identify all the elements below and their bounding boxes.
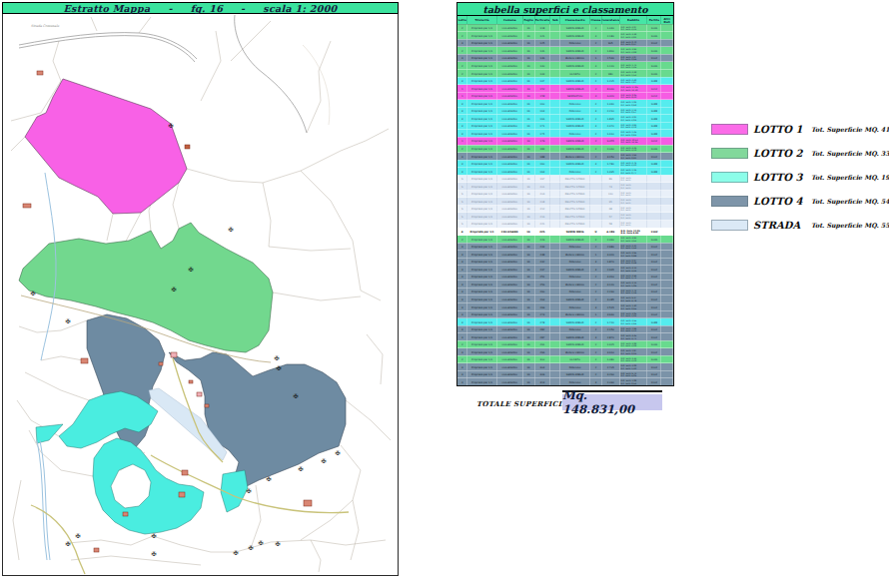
column-header: Consistenza xyxy=(602,16,620,24)
svg-text:✠: ✠ xyxy=(75,532,80,539)
map-panel: Estratto Mappa - fg. 16 - scala 1: 2000 xyxy=(2,2,399,576)
table-row: SProprietà per 1/1COLLESANO16201RELITTO … xyxy=(457,183,673,191)
lotto-4-swatch xyxy=(711,196,748,207)
svg-text:✠: ✠ xyxy=(275,540,280,547)
table-row: 3Proprietà per 1/1COLLESANO16171SEMIN AR… xyxy=(457,123,673,131)
table-row: 3Proprietà per 1/1COLLESANO16190SEMIN AR… xyxy=(457,160,673,168)
total-value: Mq. 148.831,00 xyxy=(562,394,662,410)
svg-text:✠: ✠ xyxy=(266,475,271,482)
lotto-2-swatch xyxy=(711,148,748,159)
strada-label: STRADA xyxy=(748,220,811,231)
svg-text:✠: ✠ xyxy=(246,487,251,494)
lotto-4-total: Tot. Superficie MQ. 54.327,00 xyxy=(811,198,889,205)
table-row: 3Proprietà per 1/1COLLESANO16166SEMIN AR… xyxy=(457,115,673,123)
legend: LOTTO 1 Tot. Superficie MQ. 41.175,00 LO… xyxy=(711,123,887,243)
table-row: 4Proprietà per 1/1COLLESANO16233PASCOLO2… xyxy=(457,243,673,251)
table-row: 4Proprietà per 1/1COLLESANO16136BOSCO CE… xyxy=(457,55,673,63)
table-row: 3Proprietà per 1/1COLLESANO16193PASCOLO2… xyxy=(457,168,673,176)
legend-item-lotto-3: LOTTO 3 Tot. Superficie MQ. 19.827,00 xyxy=(711,171,887,183)
lotto-4-label: LOTTO 4 xyxy=(748,196,811,207)
table-row: 4Proprietà per 1/1COLLESANO16225SEMIN IR… xyxy=(457,228,673,236)
table-row: 3Proprietà per 1/1COLLESANO16278SEMIN AR… xyxy=(457,318,673,326)
legend-item-lotto-2: LOTTO 2 Tot. Superficie MQ. 33.748,00 xyxy=(711,147,887,159)
table-row: 4Proprietà per 1/1COLLESANO16260PASCOLO2… xyxy=(457,289,673,296)
table-row: 4Proprietà per 1/1COLLESANO16304PASCOLO2… xyxy=(457,363,673,371)
table-row: 4Proprietà per 1/1COLLESANO16125PASCOLO2… xyxy=(457,40,673,48)
table-row: SProprietà per 1/1COLLESANO16216RELITTO … xyxy=(457,213,673,221)
column-header: Lotto xyxy=(457,16,467,24)
svg-text:✠: ✠ xyxy=(168,122,173,129)
lotto-3-area-c xyxy=(93,438,204,534)
svg-text:✠: ✠ xyxy=(233,549,238,556)
lotto-1-label: LOTTO 1 xyxy=(748,124,811,135)
column-header: Titolarità xyxy=(467,16,497,24)
table-row: 3Proprietà per 1/1COLLESANO16175PASCOLO2… xyxy=(457,130,673,138)
svg-text:✠: ✠ xyxy=(171,286,176,293)
column-header: Altri Dati xyxy=(661,16,673,24)
table-row: 4Proprietà per 1/1COLLESANO16287SEMIN AR… xyxy=(457,333,673,341)
table-row: 1Proprietà per 1/1COLLESANO16152SEMIN AR… xyxy=(457,85,673,93)
table-row: SProprietà per 1/1COLLESANO16221RELITTO … xyxy=(457,221,673,229)
table-title: tabella superfici e classamento xyxy=(457,3,673,16)
svg-text:✠: ✠ xyxy=(30,290,35,296)
table-row: 4Proprietà per 1/1COLLESANO16238BOSCO CE… xyxy=(457,251,673,259)
strada-swatch xyxy=(711,220,748,231)
column-header: Comune xyxy=(497,16,523,24)
table-row: 4Proprietà per 1/1COLLESANO16188BOSCO CE… xyxy=(457,153,673,161)
lotto-1-swatch xyxy=(711,124,748,135)
table-header-row: LottoTitolaritàComuneFoglioParticellaSub… xyxy=(457,16,673,25)
column-header: Classamento xyxy=(560,16,590,24)
table-row: 4Proprietà per 1/1COLLESANO16247SEMIN AR… xyxy=(457,266,673,274)
table-row: 3Proprietà per 1/1COLLESANO16163PASCOLO3… xyxy=(457,108,673,116)
table-row: 2Proprietà per 1/1COLLESANO16131SEMIN AR… xyxy=(457,47,673,55)
lotto-3-label: LOTTO 3 xyxy=(748,172,811,183)
table-row: SProprietà per 1/1COLLESANO16208RELITTO … xyxy=(457,198,673,206)
lotto-1-total: Tot. Superficie MQ. 41.175,00 xyxy=(811,126,889,133)
table-row: 4Proprietà per 1/1COLLESANO16296BOSCO CE… xyxy=(457,348,673,356)
table-row: 4Proprietà per 1/1COLLESANO16273BOSCO CE… xyxy=(457,310,673,318)
table-row: 4Proprietà per 1/1COLLESANO16309SEMIN AR… xyxy=(457,371,673,379)
svg-text:✠: ✠ xyxy=(228,226,233,233)
table-row: 4Proprietà per 1/1COLLESANO16264SEMIN AR… xyxy=(457,295,673,303)
svg-text:✠: ✠ xyxy=(298,465,303,472)
column-header: Classe xyxy=(590,16,602,24)
cadastral-map: ✠✠ ✠✠ ✠✠ ✠✠ ✠✠ ✠✠ ✠✠ ✠✠ ✠✠ ✠✠ ✠✠ Strada … xyxy=(3,15,398,575)
lotto-3-swatch xyxy=(711,172,748,183)
road-label: Strada Comunale xyxy=(31,24,60,28)
legend-item-strada: STRADA Tot. Superficie MQ. 554,00 xyxy=(711,219,887,231)
svg-text:✠: ✠ xyxy=(321,457,326,464)
lotto-2-total: Tot. Superficie MQ. 33.748,00 xyxy=(811,150,889,157)
lotto-2-label: LOTTO 2 xyxy=(748,148,811,159)
table-row: 4Proprietà per 1/1COLLESANO16256BOSCO CE… xyxy=(457,281,673,289)
svg-text:✠: ✠ xyxy=(276,364,281,371)
table-row: 4Proprietà per 1/1COLLESANO16269PASCOLO3… xyxy=(457,303,673,311)
table-row: SProprietà per 1/1COLLESANO16197RELITTO … xyxy=(457,175,673,183)
table-row: 4Proprietà per 1/1COLLESANO16282PASCOLO2… xyxy=(457,325,673,333)
table-row: 2Proprietà per 1/1COLLESANO16121SEMIN AR… xyxy=(457,32,673,40)
column-header: Foglio xyxy=(522,16,534,24)
table-row: 2Proprietà per 1/1COLLESANO16140SEMIN AR… xyxy=(457,62,673,70)
table-row: 1Proprietà per 1/1COLLESANO16158SEMINATI… xyxy=(457,92,673,100)
svg-text:✠: ✠ xyxy=(248,544,253,551)
table-row: 2Proprietà per 1/1COLLESANO16291SEMIN AR… xyxy=(457,340,673,348)
lotto-3-total: Tot. Superficie MQ. 19.827,00 xyxy=(811,174,889,181)
column-header: Sub xyxy=(550,16,560,24)
table-row: SProprietà per 1/1COLLESANO16204RELITTO … xyxy=(457,191,673,199)
table-row: 2Proprietà per 1/1COLLESANO16229SEMIN AR… xyxy=(457,236,673,244)
column-header: Particella xyxy=(534,16,550,24)
surfaces-table: tabella superfici e classamento LottoTit… xyxy=(456,2,674,386)
svg-text:✠: ✠ xyxy=(151,532,156,539)
table-row: 3Proprietà per 1/1COLLESANO16160PASCOLO2… xyxy=(457,100,673,108)
legend-item-lotto-1: LOTTO 1 Tot. Superficie MQ. 41.175,00 xyxy=(711,123,887,135)
svg-text:✠: ✠ xyxy=(65,317,70,324)
svg-text:✠: ✠ xyxy=(335,449,340,456)
strada-total: Tot. Superficie MQ. 554,00 xyxy=(811,222,889,229)
table-row: 2Proprietà per 1/1COLLESANO16184SEMIN AR… xyxy=(457,145,673,153)
map-title: Estratto Mappa - fg. 16 - scala 1: 2000 xyxy=(2,2,399,14)
legend-item-lotto-4: LOTTO 4 Tot. Superficie MQ. 54.327,00 xyxy=(711,195,887,207)
table-row: 2Proprietà per 1/1COLLESANO16300ULIVETO2… xyxy=(457,356,673,364)
total-label: TOTALE SUPERFICIE xyxy=(476,399,567,408)
table-row: 4Proprietà per 1/1COLLESANO16313PASCOLO3… xyxy=(457,378,673,385)
table-row: 2Proprietà per 1/1COLLESANO16118SEMIN AR… xyxy=(457,25,673,33)
svg-text:✠: ✠ xyxy=(258,539,263,546)
